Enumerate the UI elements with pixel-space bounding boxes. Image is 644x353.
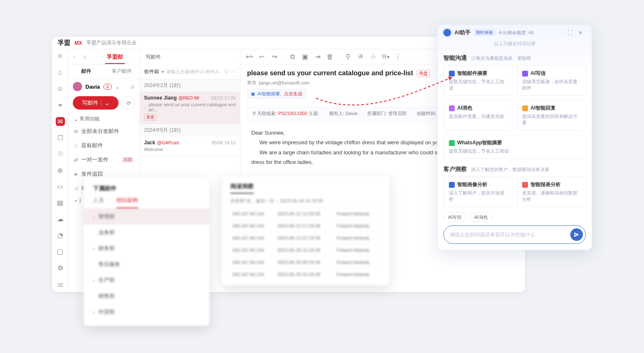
message-item[interactable]: Jack@GAPcad05/08 14:13 Welcome [140, 136, 240, 156]
mail-icon: ✉ [74, 128, 78, 135]
tab-people[interactable]: 人员 [93, 197, 104, 208]
ai-card-polish[interactable]: AI润色提高邮件质量，沟通更高效 [443, 100, 513, 130]
ai-input[interactable]: 请提出您的问题或者我可以为您做什么 [443, 225, 586, 244]
ai-summary-icon: ▣ [251, 91, 255, 97]
brand: 孚盟 [58, 39, 70, 47]
ai-card-reply[interactable]: AI智能回复提供高质量的回答和解决方案 [517, 100, 586, 130]
tab-home-icon[interactable]: ⌂ [80, 49, 90, 64]
more-icon[interactable]: ⋮ [394, 53, 402, 61]
reply-all-icon[interactable]: ⤺ [258, 53, 265, 61]
filter-icon[interactable]: ▽ [224, 69, 228, 75]
nav-one-to-one[interactable]: ⇄一对一发件加膜 [69, 153, 139, 167]
whatsapp-icon [449, 140, 455, 146]
compose-label: 写邮件 [82, 99, 98, 107]
lead-link[interactable]: PS210511002 [278, 111, 307, 116]
rail-settings-icon[interactable]: ⚙ [56, 263, 65, 272]
user-check-icon: ☺ [74, 185, 79, 192]
brand-mx: MX [75, 40, 82, 46]
insight-row: 180.167.84.1542023-05-28 09:29:28Finland… [230, 256, 381, 269]
ai-history-label: 以上为最近对话记录 [438, 41, 592, 50]
compose-dropdown-icon[interactable]: ⌄ [101, 100, 109, 106]
nav-section-header[interactable]: ⌄常用功能 [69, 114, 139, 124]
msg-from: Sunnee Jiang [144, 95, 177, 101]
ai-logo-icon [443, 29, 451, 36]
msg-time: 05/08 14:13 [211, 140, 236, 145]
rail-doc-icon[interactable]: ▭ [56, 182, 65, 191]
left-rail: ≡ ⌂ ☺ ⚭ ✉ ☐ ☉ ⊛ ▭ ▤ ☁ ◔ ▢ ⚙ ⚌ [52, 49, 69, 292]
message-item[interactable]: Sunnee Jiang@RED MI02/12 17:25 ⌕please s… [140, 92, 240, 124]
folder-select[interactable]: 收件箱 [144, 68, 159, 75]
rail-book-icon[interactable]: ▢ [56, 247, 65, 256]
archive-icon[interactable]: ▣ [301, 53, 309, 61]
rail-globe-icon[interactable]: ⊛ [56, 166, 65, 175]
nav-unassigned[interactable]: ✉全部未分发邮件 [69, 124, 139, 138]
refresh-button[interactable]: ⟳ [122, 96, 135, 110]
ai-card-whatsapp[interactable]: WhatsApp智能摘要提取关键信息，节省人工阅读 [443, 135, 586, 159]
rail-mail-icon[interactable]: ✉ [56, 117, 65, 126]
reply-icon[interactable]: ↩▾ [245, 53, 253, 61]
dept-item[interactable]: ▸外贸部 [84, 304, 209, 320]
ai-quota: 今日剩余额度: 49 [498, 30, 533, 36]
mail-subtabs: 邮件 客户邮件 [69, 64, 139, 79]
rail-contacts-icon[interactable]: ☺ [56, 84, 65, 93]
dept-item[interactable]: ▸销售部 [84, 288, 209, 304]
forward-text-button[interactable]: 转 ▾ [382, 53, 389, 61]
rail-inbox-icon[interactable]: ☐ [56, 133, 65, 142]
msg-subject: please send us your current catalogue an… [149, 102, 236, 112]
tab-org[interactable]: 组织架构 [116, 197, 138, 208]
dept-item[interactable]: ▸业务部 [84, 225, 209, 240]
forward-icon[interactable]: ↪ [270, 53, 278, 61]
rail-menu-icon[interactable]: ≡ [56, 52, 65, 61]
close-icon[interactable]: ✕ [578, 30, 586, 36]
dept-item[interactable]: ▸管理部 [84, 209, 209, 225]
dept-item[interactable]: ▸生产部 [84, 272, 209, 288]
polish-icon [449, 105, 455, 111]
tag-icon[interactable]: ⚲ [344, 53, 352, 61]
dept-item[interactable]: ▸售后服务 [84, 256, 209, 272]
msg-subject: Welcome [144, 147, 163, 152]
tab-back[interactable]: ‹ [69, 49, 80, 64]
copy-icon[interactable]: ⧉ [289, 53, 296, 61]
insight-row: 180.167.84.1542023-05-13 17:29:28Finland… [230, 220, 381, 232]
summary-icon [449, 71, 455, 77]
chevron-right-icon: ▸ [93, 246, 95, 251]
write-icon [522, 71, 528, 77]
tab-fumeng-mail[interactable]: 孚盟邮 [90, 49, 139, 64]
compose-button[interactable]: 写邮件 ⌄ [73, 96, 118, 110]
rail-calendar-icon[interactable]: ☉ [56, 150, 65, 159]
star-icon[interactable]: ☆ [369, 53, 377, 61]
search-placeholder[interactable]: 请输入主题/收件人/发件人 [166, 69, 222, 75]
ai-card-report[interactable]: 智能报表分析更直观、准确和高效的数据分析 [517, 176, 586, 207]
list-header: 收件箱 ▾ 请输入主题/收件人/发件人 ▽ ⋯ [140, 64, 240, 79]
rail-sliders-icon[interactable]: ⚌ [56, 280, 65, 289]
user-row[interactable]: Davia ① ⌄ ☺ [69, 79, 139, 95]
nav-starred[interactable]: ☆星标邮件 [69, 138, 139, 153]
list-group: 2024年5月 (1封) [140, 124, 240, 136]
rail-drop-icon[interactable]: ◔ [56, 231, 65, 240]
dept-item[interactable]: ▸财务部 [84, 240, 209, 256]
ai-card-profile[interactable]: 智能画像分析深入了解用户，提供市场洞察 [443, 176, 513, 207]
more-icon[interactable]: ⋯ [231, 69, 236, 75]
translate-button[interactable]: 译 [357, 53, 364, 61]
subtab-mail[interactable]: 邮件 [69, 64, 104, 78]
rail-cloud-icon[interactable]: ☁ [56, 215, 65, 223]
send-button[interactable] [570, 228, 583, 241]
chip-ai-polish[interactable]: AI润色 [469, 212, 492, 222]
ai-badge: 限时体验 [474, 29, 495, 36]
user-icon[interactable]: ☺ [130, 84, 135, 90]
ai-card-write[interactable]: AI写信突破语言瓶颈，创作高质量邮件 [517, 65, 586, 96]
expand-icon[interactable]: ⛶ [567, 30, 575, 36]
ai-card-mail-summary[interactable]: 智能邮件摘要提取关键信息，节省人工阅读 [443, 65, 513, 96]
rail-network-icon[interactable]: ⚭ [56, 101, 65, 110]
tab-write-mail[interactable]: 写邮件 [140, 49, 240, 64]
swap-icon: ⇄ [74, 157, 78, 163]
chip-ai-write[interactable]: AI写信 [443, 212, 466, 222]
insight-summary: 共查看7次，最后一次： 2023-05-28 16:29:28 [230, 198, 381, 204]
subtab-customer-mail[interactable]: 客户邮件 [104, 64, 140, 78]
rail-archive-icon[interactable]: ▤ [56, 198, 65, 207]
rail-home-icon[interactable]: ⌂ [56, 68, 65, 77]
move-icon[interactable]: ⇥ [314, 53, 321, 61]
ai-footer: AI写信 AI润色 请提出您的问题或者我可以为您做什么 [438, 208, 592, 250]
delete-icon[interactable]: 🗑 [326, 53, 334, 61]
ai-summary-tag[interactable]: ▣ AI智能摘要, 点击生成 [247, 89, 306, 99]
